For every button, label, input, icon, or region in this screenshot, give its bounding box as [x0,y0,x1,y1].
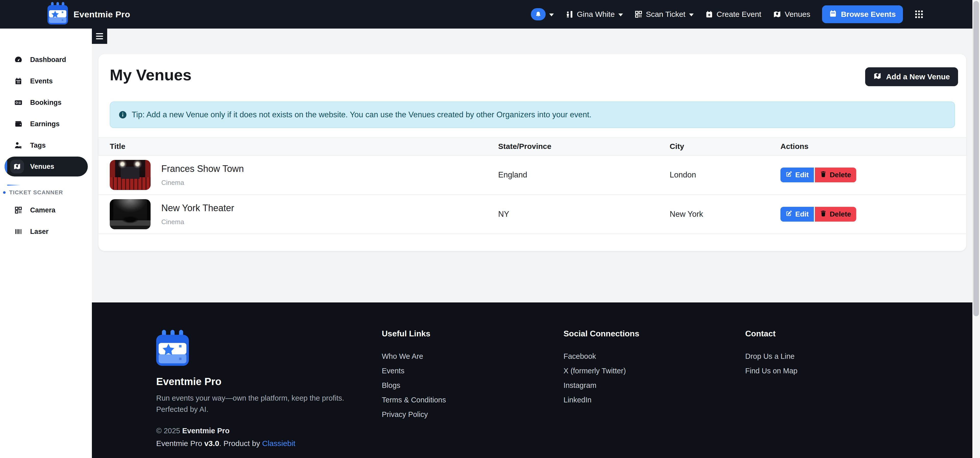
footer-link-drop-us-a-line[interactable]: Drop Us a Line [745,349,797,364]
footer-link-terms[interactable]: Terms & Conditions [382,393,446,407]
edit-button[interactable]: Edit [780,207,814,222]
venue-thumbnail [110,199,151,229]
footer: Eventmie Pro Run events your way—own the… [92,303,972,458]
delete-label: Delete [830,210,851,218]
column-header-city: City [670,142,780,151]
sidebar-item-laser[interactable]: Laser [0,221,92,242]
map-icon [773,11,781,18]
venues-table: Title State/Province City Actions France… [99,137,966,252]
table-footer-spacer [99,234,966,252]
venue-thumbnail [110,160,151,190]
browse-events-label: Browse Events [841,10,896,19]
sidebar-item-events[interactable]: Events [0,70,92,92]
venue-title[interactable]: New York Theater [161,203,234,214]
delete-button[interactable]: Delete [815,207,856,222]
add-new-venue-label: Add a New Venue [886,73,950,81]
footer-link-linkedin[interactable]: LinkedIn [563,393,639,407]
gauge-icon [14,55,22,64]
navbar-menu: Gina White Scan Ticket Create Event [531,0,923,29]
footer-useful-links-column: Useful Links Who We Are Events Blogs Ter… [382,329,446,422]
sidebar-item-earnings[interactable]: Earnings [0,113,92,135]
footer-brand-title: Eventmie Pro [156,376,371,387]
footer-copyright: © 2025 Eventmie Pro [156,426,371,435]
main-content: My Venues Add a New Venue Tip: Add a new… [92,29,972,303]
calendar-plus-icon [705,11,713,18]
column-header-actions: Actions [780,142,966,151]
venue-city: London [670,170,780,179]
map-location-icon [873,72,881,82]
footer-column-title: Contact [745,329,797,338]
footer-link-instagram[interactable]: Instagram [563,378,639,393]
sidebar-toggle-button[interactable] [92,29,107,44]
scan-ticket-dropdown[interactable]: Scan Ticket [635,10,694,19]
footer-brand-column: Eventmie Pro Run events your way—own the… [156,330,371,448]
sidebar-item-label: Dashboard [30,56,66,64]
footer-social-column: Social Connections Facebook X (formerly … [563,329,639,407]
venue-title[interactable]: Frances Show Town [161,163,244,174]
eventmie-logo-icon [48,2,68,27]
column-header-state: State/Province [498,142,670,151]
venues-card: My Venues Add a New Venue Tip: Add a new… [99,54,966,251]
scrollbar-thumb[interactable] [974,1,979,316]
footer-link-facebook[interactable]: Facebook [563,349,639,364]
sidebar-item-venues-active[interactable]: Venues [5,157,88,176]
venues-nav-link[interactable]: Venues [773,10,810,19]
user-menu-dropdown[interactable]: Gina White [566,10,623,19]
wallet-icon [14,120,22,128]
notifications-dropdown[interactable] [531,8,554,21]
grip-grid-icon [915,10,923,19]
sidebar: Dashboard Events Bookings Earnings [0,29,92,458]
delete-label: Delete [830,171,851,179]
venue-city: New York [670,210,780,219]
trash-icon [820,171,827,179]
browse-events-button[interactable]: Browse Events [822,5,903,23]
venue-category: Cinema [161,218,234,226]
footer-contact-column: Contact Drop Us a Line Find Us on Map [745,329,797,378]
sidebar-item-camera[interactable]: Camera [0,200,92,221]
classiebit-link[interactable]: Classiebit [262,439,295,447]
footer-link-who-we-are[interactable]: Who We Are [382,349,446,364]
tip-text: Tip: Add a new Venue only if it does not… [132,110,591,119]
footer-link-find-us-on-map[interactable]: Find Us on Map [745,364,797,378]
edit-button[interactable]: Edit [780,168,814,182]
create-event-link[interactable]: Create Event [705,10,761,19]
footer-link-events[interactable]: Events [382,364,446,378]
footer-link-twitter[interactable]: X (formerly Twitter) [563,364,639,378]
sidebar-item-dashboard[interactable]: Dashboard [0,49,92,70]
footer-tagline-line2: Perfected by AI. [156,405,208,414]
top-navbar: Eventmie Pro Gina White Scan Ticke [0,0,972,29]
bell-icon [531,8,546,21]
user-menu-label: Gina White [577,10,614,19]
apps-grid-button[interactable] [915,10,923,19]
footer-version-line: Eventmie Pro v3.0. Product by Classiebit [156,439,371,448]
calendar-icon [829,10,837,19]
pen-square-icon [786,210,792,219]
footer-link-privacy[interactable]: Privacy Policy [382,407,446,422]
edit-label: Edit [795,171,809,179]
barcode-icon [14,228,22,235]
sidebar-item-bookings[interactable]: Bookings [0,92,92,113]
sidebar-item-label: Earnings [30,120,60,128]
table-header-row: Title State/Province City Actions [99,137,966,155]
column-header-title: Title [99,142,498,151]
page-scrollbar[interactable] [972,0,980,458]
brand-area[interactable]: Eventmie Pro [48,0,130,29]
info-circle-icon [118,111,127,119]
money-check-icon [14,98,22,106]
user-tag-icon [14,141,22,149]
footer-tagline-line1: Run events your way—own the platform, ke… [156,394,344,402]
footer-link-blogs[interactable]: Blogs [382,378,446,393]
edit-label: Edit [795,210,809,218]
table-row: Frances Show Town Cinema England London [99,155,966,195]
table-row: New York Theater Cinema NY New York [99,195,966,234]
chevron-down-icon [618,14,623,16]
qrcode-icon [14,206,22,214]
sidebar-item-tags[interactable]: Tags [0,135,92,156]
trash-icon [820,210,827,219]
sidebar-item-label: Venues [30,163,54,171]
ticket-scanner-section-label: TICKET SCANNER [0,189,92,196]
venue-category: Cinema [161,179,244,187]
add-new-venue-button[interactable]: Add a New Venue [865,67,958,86]
delete-button[interactable]: Delete [815,168,856,182]
footer-column-title: Social Connections [563,329,639,338]
